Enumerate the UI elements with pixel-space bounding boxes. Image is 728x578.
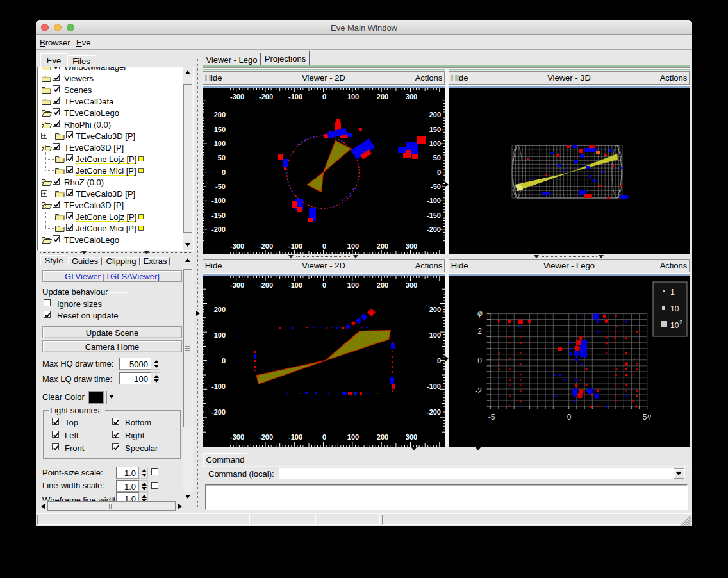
svg-text:200: 200 bbox=[377, 433, 388, 441]
svg-text:200: 200 bbox=[377, 242, 388, 250]
svg-text:-5: -5 bbox=[488, 413, 495, 422]
svg-text:200: 200 bbox=[214, 306, 226, 313]
svg-text:100: 100 bbox=[429, 331, 441, 339]
svg-text:2: 2 bbox=[679, 319, 682, 326]
svg-text:-200: -200 bbox=[259, 242, 273, 250]
svg-text:200: 200 bbox=[429, 306, 441, 313]
svg-text:-100: -100 bbox=[288, 433, 302, 441]
svg-text:0: 0 bbox=[437, 357, 441, 365]
svg-text:150: 150 bbox=[429, 126, 441, 133]
svg-text:50: 50 bbox=[433, 154, 441, 161]
svg-text:100: 100 bbox=[214, 140, 226, 147]
svg-text:-300: -300 bbox=[230, 281, 244, 289]
svg-text:5: 5 bbox=[643, 413, 647, 422]
svg-text:150: 150 bbox=[214, 126, 226, 133]
svg-text:-100: -100 bbox=[427, 197, 441, 204]
svg-text:2: 2 bbox=[477, 327, 482, 336]
svg-text:φ: φ bbox=[477, 309, 483, 318]
svg-text:-100: -100 bbox=[211, 197, 226, 204]
svg-text:50: 50 bbox=[218, 154, 226, 161]
svg-text:10: 10 bbox=[670, 304, 679, 313]
svg-text:100: 100 bbox=[347, 242, 359, 250]
svg-text:0: 0 bbox=[437, 169, 441, 176]
svg-text:100: 100 bbox=[214, 331, 226, 339]
svg-text:300: 300 bbox=[406, 433, 417, 441]
svg-text:-200: -200 bbox=[259, 433, 273, 441]
svg-text:-100: -100 bbox=[288, 281, 302, 289]
svg-text:300: 300 bbox=[406, 281, 417, 289]
svg-text:-200: -200 bbox=[427, 226, 441, 233]
svg-text:-200: -200 bbox=[211, 408, 226, 416]
svg-text:1: 1 bbox=[670, 288, 675, 297]
svg-text:-300: -300 bbox=[230, 242, 244, 250]
svg-text:-100: -100 bbox=[288, 93, 302, 101]
svg-text:-2: -2 bbox=[475, 386, 482, 395]
svg-text:100: 100 bbox=[347, 281, 359, 289]
svg-text:-200: -200 bbox=[259, 93, 273, 101]
svg-text:0: 0 bbox=[567, 413, 572, 422]
svg-text:100: 100 bbox=[429, 140, 441, 147]
svg-text:0: 0 bbox=[322, 433, 326, 441]
svg-text:-100: -100 bbox=[211, 383, 226, 390]
svg-text:0: 0 bbox=[322, 281, 326, 289]
svg-text:200: 200 bbox=[429, 111, 441, 119]
svg-text:-150: -150 bbox=[211, 211, 226, 219]
svg-text:0: 0 bbox=[222, 169, 226, 176]
svg-text:200: 200 bbox=[214, 111, 226, 119]
svg-text:300: 300 bbox=[406, 93, 417, 101]
svg-text:-150: -150 bbox=[427, 211, 441, 219]
svg-text:-50: -50 bbox=[215, 183, 226, 190]
svg-text:-50: -50 bbox=[431, 183, 441, 190]
svg-text:10: 10 bbox=[670, 321, 679, 330]
svg-text:0: 0 bbox=[222, 357, 226, 365]
svg-text:-200: -200 bbox=[211, 226, 226, 233]
svg-text:-200: -200 bbox=[427, 408, 441, 416]
svg-text:η: η bbox=[647, 412, 651, 420]
svg-text:-300: -300 bbox=[230, 93, 244, 101]
svg-text:100: 100 bbox=[347, 433, 359, 441]
svg-text:-100: -100 bbox=[288, 242, 302, 250]
svg-text:200: 200 bbox=[377, 93, 388, 101]
svg-text:0: 0 bbox=[477, 356, 482, 365]
svg-text:300: 300 bbox=[406, 242, 417, 250]
svg-text:0: 0 bbox=[322, 93, 326, 101]
svg-text:-200: -200 bbox=[259, 281, 273, 289]
svg-text:0: 0 bbox=[322, 242, 326, 250]
svg-text:-100: -100 bbox=[427, 383, 441, 390]
svg-text:100: 100 bbox=[347, 93, 359, 101]
svg-text:-300: -300 bbox=[230, 433, 244, 441]
svg-text:200: 200 bbox=[377, 281, 388, 289]
